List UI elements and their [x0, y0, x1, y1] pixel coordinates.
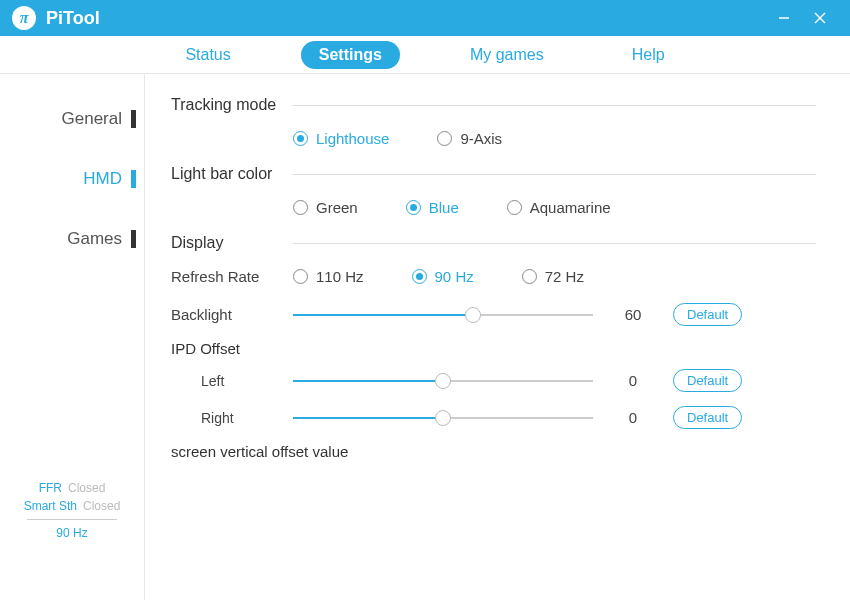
radio-icon [412, 269, 427, 284]
lightbar-radios: Green Blue Aquamarine [171, 199, 816, 216]
minimize-button[interactable] [766, 0, 802, 36]
ipd-left-row: Left 0 Default [171, 369, 816, 392]
nav-status[interactable]: Status [167, 41, 248, 69]
section-title: Tracking mode [171, 96, 293, 114]
section-title: Light bar color [171, 165, 293, 183]
sidebar-item-hmd[interactable]: HMD [0, 156, 144, 202]
sidebar-item-label: General [62, 109, 122, 129]
radio-icon [293, 131, 308, 146]
status-ffr-value: Closed [68, 481, 105, 495]
radio-label: 90 Hz [435, 268, 474, 285]
radio-icon [522, 269, 537, 284]
ipd-left-value: 0 [593, 372, 673, 389]
radio-label: Aquamarine [530, 199, 611, 216]
backlight-default-button[interactable]: Default [673, 303, 742, 326]
radio-110hz[interactable]: 110 Hz [293, 268, 364, 285]
sidebar-item-label: HMD [83, 169, 122, 189]
content: General HMD Games FFR Closed Smart Sth C… [0, 74, 850, 600]
radio-label: Green [316, 199, 358, 216]
ipd-right-row: Right 0 Default [171, 406, 816, 429]
ipd-right-value: 0 [593, 409, 673, 426]
section-divider [293, 105, 816, 106]
sidebar-item-general[interactable]: General [0, 96, 144, 142]
status-smartsth-value: Closed [83, 499, 120, 513]
sidebar-marker-icon [131, 170, 136, 188]
radio-aquamarine[interactable]: Aquamarine [507, 199, 611, 216]
sidebar-item-games[interactable]: Games [0, 216, 144, 262]
section-tracking: Tracking mode [171, 96, 816, 114]
sidebar-item-label: Games [67, 229, 122, 249]
section-divider [293, 243, 816, 244]
ipd-right-label: Right [201, 410, 293, 426]
ipd-left-default-button[interactable]: Default [673, 369, 742, 392]
radio-icon [293, 269, 308, 284]
pi-logo-icon: π [12, 6, 36, 30]
app-title: PiTool [46, 8, 766, 29]
status-ffr: FFR Closed [0, 481, 144, 495]
radio-icon [437, 131, 452, 146]
ipd-right-slider[interactable] [293, 408, 593, 428]
radio-icon [293, 200, 308, 215]
backlight-label: Backlight [171, 306, 293, 323]
sidebar-marker-icon [131, 110, 136, 128]
ipd-left-slider[interactable] [293, 371, 593, 391]
radio-label: 110 Hz [316, 268, 364, 285]
window: π PiTool Status Settings My games Help G… [0, 0, 850, 600]
main-nav: Status Settings My games Help [0, 36, 850, 74]
radio-icon [507, 200, 522, 215]
radio-72hz[interactable]: 72 Hz [522, 268, 584, 285]
ipd-offset-title: IPD Offset [171, 340, 816, 357]
status-divider [27, 519, 117, 520]
sidebar: General HMD Games FFR Closed Smart Sth C… [0, 74, 145, 600]
tracking-radios: Lighthouse 9-Axis [171, 130, 816, 147]
radio-blue[interactable]: Blue [406, 199, 459, 216]
sidebar-status: FFR Closed Smart Sth Closed 90 Hz [0, 481, 144, 540]
close-button[interactable] [802, 0, 838, 36]
status-hz: 90 Hz [0, 526, 144, 540]
radio-label: Lighthouse [316, 130, 389, 147]
section-lightbar: Light bar color [171, 165, 816, 183]
nav-help[interactable]: Help [614, 41, 683, 69]
radio-lighthouse[interactable]: Lighthouse [293, 130, 389, 147]
vertical-offset-title: screen vertical offset value [171, 443, 816, 460]
radio-green[interactable]: Green [293, 199, 358, 216]
radio-label: 72 Hz [545, 268, 584, 285]
ipd-right-default-button[interactable]: Default [673, 406, 742, 429]
radio-icon [406, 200, 421, 215]
backlight-value: 60 [593, 306, 673, 323]
radio-label: 9-Axis [460, 130, 502, 147]
status-smartsth-label: Smart Sth [24, 499, 77, 513]
refresh-label: Refresh Rate [171, 268, 293, 285]
nav-mygames[interactable]: My games [452, 41, 562, 69]
radio-label: Blue [429, 199, 459, 216]
ipd-left-label: Left [201, 373, 293, 389]
nav-settings[interactable]: Settings [301, 41, 400, 69]
refresh-row: Refresh Rate 110 Hz 90 Hz 72 Hz [171, 268, 816, 285]
section-display: Display [171, 234, 816, 252]
scroll-area[interactable]: Tracking mode Lighthouse 9-Axis Light ba… [145, 74, 850, 600]
section-title: Display [171, 234, 293, 252]
status-smartsth: Smart Sth Closed [0, 499, 144, 513]
radio-90hz[interactable]: 90 Hz [412, 268, 474, 285]
section-divider [293, 174, 816, 175]
radio-9axis[interactable]: 9-Axis [437, 130, 502, 147]
titlebar: π PiTool [0, 0, 850, 36]
sidebar-marker-icon [131, 230, 136, 248]
status-ffr-label: FFR [39, 481, 62, 495]
backlight-slider[interactable] [293, 305, 593, 325]
backlight-row: Backlight 60 Default [171, 303, 816, 326]
